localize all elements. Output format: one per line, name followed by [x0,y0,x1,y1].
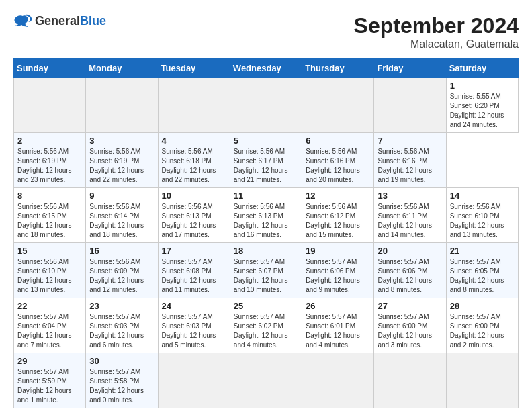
day-detail: Sunrise: 5:57 AMSunset: 6:03 PMDaylight:… [162,313,216,349]
location-title: Malacatan, Guatemala [354,38,519,50]
day-detail: Sunrise: 5:56 AMSunset: 6:12 PMDaylight:… [306,203,360,238]
calendar-week-2: 8 Sunrise: 5:56 AMSunset: 6:15 PMDayligh… [14,188,519,243]
day-detail: Sunrise: 5:56 AMSunset: 6:13 PMDaylight:… [234,203,288,238]
day-number: 25 [234,301,298,311]
calendar-cell [446,353,518,408]
day-number: 11 [234,191,298,201]
day-number: 28 [450,301,515,311]
day-detail: Sunrise: 5:57 AMSunset: 6:04 PMDaylight:… [17,313,72,349]
day-detail: Sunrise: 5:56 AMSunset: 6:10 PMDaylight:… [17,258,72,293]
calendar-cell: 13 Sunrise: 5:56 AMSunset: 6:11 PMDaylig… [374,188,446,243]
day-number: 29 [17,356,82,366]
day-detail: Sunrise: 5:55 AMSunset: 6:20 PMDaylight:… [450,93,504,128]
calendar-cell: 4 Sunrise: 5:56 AMSunset: 6:18 PMDayligh… [158,133,230,188]
calendar-cell: 12 Sunrise: 5:56 AMSunset: 6:12 PMDaylig… [302,188,374,243]
day-detail: Sunrise: 5:56 AMSunset: 6:11 PMDaylight:… [378,203,432,238]
calendar-cell [374,353,446,408]
calendar-cell [302,353,374,408]
calendar-cell: 7 Sunrise: 5:56 AMSunset: 6:16 PMDayligh… [374,133,446,188]
day-number: 24 [162,301,226,311]
calendar-cell: 14 Sunrise: 5:56 AMSunset: 6:10 PMDaylig… [446,188,518,243]
calendar-cell [86,78,158,133]
day-number: 22 [17,301,82,311]
calendar-week-5: 29 Sunrise: 5:57 AMSunset: 5:59 PMDaylig… [14,353,519,408]
calendar-week-4: 22 Sunrise: 5:57 AMSunset: 6:04 PMDaylig… [14,298,519,353]
day-detail: Sunrise: 5:57 AMSunset: 6:06 PMDaylight:… [378,258,432,293]
day-detail: Sunrise: 5:57 AMSunset: 6:05 PMDaylight:… [450,258,504,293]
calendar-cell: 29 Sunrise: 5:57 AMSunset: 5:59 PMDaylig… [14,353,86,408]
header-tuesday: Tuesday [158,59,230,78]
calendar-cell: 28 Sunrise: 5:57 AMSunset: 6:00 PMDaylig… [446,298,518,353]
calendar-cell: 19 Sunrise: 5:57 AMSunset: 6:06 PMDaylig… [302,243,374,298]
day-number: 15 [17,246,82,256]
calendar-cell [14,78,86,133]
calendar-table: SundayMondayTuesdayWednesdayThursdayFrid… [13,58,519,408]
day-number: 13 [378,191,442,201]
title-section: September 2024 Malacatan, Guatemala [354,13,519,50]
day-detail: Sunrise: 5:56 AMSunset: 6:13 PMDaylight:… [162,203,216,238]
day-number: 17 [162,246,226,256]
calendar-cell: 16 Sunrise: 5:56 AMSunset: 6:09 PMDaylig… [86,243,158,298]
calendar-cell: 24 Sunrise: 5:57 AMSunset: 6:03 PMDaylig… [158,298,230,353]
calendar-cell: 21 Sunrise: 5:57 AMSunset: 6:05 PMDaylig… [446,243,518,298]
calendar-cell: 15 Sunrise: 5:56 AMSunset: 6:10 PMDaylig… [14,243,86,298]
day-detail: Sunrise: 5:57 AMSunset: 6:06 PMDaylight:… [306,258,360,293]
header: GeneralBlue September 2024 Malacatan, Gu… [13,13,519,50]
day-number: 26 [306,301,370,311]
day-number: 21 [450,246,515,256]
day-number: 18 [234,246,298,256]
calendar-cell [158,78,230,133]
day-detail: Sunrise: 5:56 AMSunset: 6:19 PMDaylight:… [17,148,72,183]
day-detail: Sunrise: 5:56 AMSunset: 6:16 PMDaylight:… [306,148,360,183]
calendar-cell: 2 Sunrise: 5:56 AMSunset: 6:19 PMDayligh… [14,133,86,188]
calendar-cell: 6 Sunrise: 5:56 AMSunset: 6:16 PMDayligh… [302,133,374,188]
day-number: 20 [378,246,442,256]
month-title: September 2024 [354,13,519,38]
day-number: 7 [378,136,442,146]
calendar-cell: 5 Sunrise: 5:56 AMSunset: 6:17 PMDayligh… [230,133,302,188]
calendar-cell: 11 Sunrise: 5:56 AMSunset: 6:13 PMDaylig… [230,188,302,243]
day-detail: Sunrise: 5:57 AMSunset: 6:08 PMDaylight:… [162,258,216,293]
day-detail: Sunrise: 5:56 AMSunset: 6:17 PMDaylight:… [234,148,288,183]
day-detail: Sunrise: 5:56 AMSunset: 6:09 PMDaylight:… [89,258,144,293]
day-number: 1 [450,81,515,91]
day-detail: Sunrise: 5:57 AMSunset: 5:59 PMDaylight:… [17,368,72,404]
logo: GeneralBlue [13,13,106,30]
day-detail: Sunrise: 5:56 AMSunset: 6:14 PMDaylight:… [89,203,144,238]
day-detail: Sunrise: 5:57 AMSunset: 6:00 PMDaylight:… [450,313,504,349]
day-number: 12 [306,191,370,201]
header-saturday: Saturday [446,59,518,78]
calendar-cell: 9 Sunrise: 5:56 AMSunset: 6:14 PMDayligh… [86,188,158,243]
calendar-cell: 30 Sunrise: 5:57 AMSunset: 5:58 PMDaylig… [86,353,158,408]
header-thursday: Thursday [302,59,374,78]
calendar-cell: 26 Sunrise: 5:57 AMSunset: 6:01 PMDaylig… [302,298,374,353]
day-detail: Sunrise: 5:56 AMSunset: 6:19 PMDaylight:… [89,148,144,183]
calendar-cell: 20 Sunrise: 5:57 AMSunset: 6:06 PMDaylig… [374,243,446,298]
calendar-cell [302,78,374,133]
day-number: 27 [378,301,442,311]
day-number: 16 [89,246,154,256]
day-detail: Sunrise: 5:57 AMSunset: 6:02 PMDaylight:… [234,313,288,349]
calendar-week-3: 15 Sunrise: 5:56 AMSunset: 6:10 PMDaylig… [14,243,519,298]
day-number: 10 [162,191,226,201]
day-detail: Sunrise: 5:56 AMSunset: 6:18 PMDaylight:… [162,148,216,183]
day-detail: Sunrise: 5:57 AMSunset: 6:07 PMDaylight:… [234,258,288,293]
calendar-cell [158,353,230,408]
header-sunday: Sunday [14,59,86,78]
day-detail: Sunrise: 5:56 AMSunset: 6:10 PMDaylight:… [450,203,504,238]
calendar-cell: 18 Sunrise: 5:57 AMSunset: 6:07 PMDaylig… [230,243,302,298]
header-wednesday: Wednesday [230,59,302,78]
day-detail: Sunrise: 5:56 AMSunset: 6:15 PMDaylight:… [17,203,72,238]
calendar-cell: 1 Sunrise: 5:55 AMSunset: 6:20 PMDayligh… [446,78,518,133]
day-number: 23 [89,301,154,311]
day-number: 30 [89,356,154,366]
header-monday: Monday [86,59,158,78]
logo-text: GeneralBlue [35,15,106,28]
calendar-cell: 17 Sunrise: 5:57 AMSunset: 6:08 PMDaylig… [158,243,230,298]
day-number: 9 [89,191,154,201]
day-detail: Sunrise: 5:57 AMSunset: 6:03 PMDaylight:… [89,313,144,349]
calendar-header-row: SundayMondayTuesdayWednesdayThursdayFrid… [14,59,519,78]
calendar-cell: 8 Sunrise: 5:56 AMSunset: 6:15 PMDayligh… [14,188,86,243]
day-number: 8 [17,191,82,201]
calendar-cell: 22 Sunrise: 5:57 AMSunset: 6:04 PMDaylig… [14,298,86,353]
